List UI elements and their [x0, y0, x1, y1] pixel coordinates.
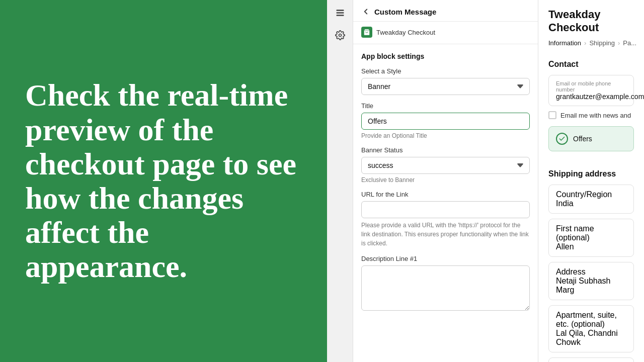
- offers-banner: Offers: [548, 126, 634, 151]
- preview-panel: Tweakday Checkout Information › Shipping…: [538, 0, 644, 362]
- sidebar-icons: [327, 0, 353, 362]
- hero-text: Check the real-time preview of the check…: [25, 78, 302, 284]
- style-label: Select a Style: [361, 67, 530, 75]
- breadcrumb-payment: Pa...: [623, 39, 636, 47]
- breadcrumb-shipping: Shipping: [589, 39, 615, 47]
- shipping-fields: Country/Region India First name (optiona…: [548, 185, 634, 362]
- preview-title: Tweakday Checkout: [548, 8, 634, 34]
- shipping-section: Shipping address Country/Region India Fi…: [538, 169, 644, 362]
- settings-body: App block settings Select a Style Banner…: [353, 44, 538, 362]
- url-hint: Please provide a valid URL with the 'htt…: [361, 221, 530, 248]
- email-checkbox-row: Email me with news and: [548, 111, 634, 119]
- preview-header: Tweakday Checkout Information › Shipping…: [538, 0, 644, 60]
- url-field-group: URL for the Link Please provide a valid …: [361, 191, 530, 248]
- app-name-row: Tweakday Checkout: [353, 22, 538, 44]
- email-checkbox-label: Email me with news and: [560, 112, 631, 119]
- left-panel: Check the real-time preview of the check…: [0, 0, 327, 362]
- style-select[interactable]: Banner Popup Inline: [361, 78, 530, 95]
- back-button[interactable]: [361, 7, 370, 16]
- email-value: grantkautzer@example.com: [556, 93, 626, 101]
- url-label: URL for the Link: [361, 191, 530, 198]
- email-checkbox[interactable]: [548, 111, 556, 119]
- shipping-title: Shipping address: [548, 169, 634, 178]
- gear-icon: [335, 30, 345, 40]
- country-label: Country/Region: [556, 190, 626, 199]
- firstname-label: First name (optional): [556, 224, 626, 242]
- style-field-group: Select a Style Banner Popup Inline: [361, 67, 530, 95]
- shipping-apartment-field: Apartment, suite, etc. (optional) Lal Qi…: [548, 305, 634, 352]
- settings-panel: Custom Message Tweakday Checkout App blo…: [353, 0, 538, 362]
- country-value: India: [556, 199, 626, 208]
- offers-check-icon: [556, 133, 568, 145]
- shipping-address-field: Address Netaji Subhash Marg: [548, 262, 634, 300]
- settings-icon-button[interactable]: [331, 26, 349, 44]
- contact-section: Contact Email or mobile phone number gra…: [538, 60, 644, 169]
- breadcrumb: Information › Shipping › Pa...: [548, 39, 634, 47]
- svg-rect-0: [336, 10, 344, 11]
- list-icon-button[interactable]: [331, 4, 349, 22]
- shipping-city-field: City New Delhi: [548, 357, 634, 362]
- breadcrumb-sep-1: ›: [584, 39, 586, 47]
- banner-status-group: Banner Status success info warning error…: [361, 146, 530, 184]
- email-small-label: Email or mobile phone number: [556, 80, 626, 93]
- banner-status-select[interactable]: success info warning error: [361, 157, 530, 174]
- apartment-value: Lal Qila, Chandni Chowk: [556, 329, 626, 347]
- email-field-display: Email or mobile phone number grantkautze…: [548, 75, 634, 106]
- breadcrumb-information: Information: [548, 39, 581, 47]
- description-field-group: Description Line #1: [361, 255, 530, 313]
- address-label: Address: [556, 267, 626, 277]
- settings-header-title: Custom Message: [374, 8, 436, 16]
- title-field-group: Title Provide an Optional Title: [361, 102, 530, 139]
- description-textarea[interactable]: [361, 265, 530, 311]
- title-input[interactable]: [361, 113, 530, 130]
- firstname-value: Allen: [556, 242, 626, 251]
- shipping-firstname-field: First name (optional) Allen: [548, 219, 634, 257]
- banner-status-hint: Exclusive to Banner: [361, 176, 530, 184]
- breadcrumb-sep-2: ›: [618, 39, 620, 47]
- shipping-country-field: Country/Region India: [548, 185, 634, 214]
- bag-icon: [363, 29, 370, 36]
- svg-point-3: [339, 34, 341, 37]
- checkmark-icon: [558, 135, 566, 142]
- app-name-label: Tweakday Checkout: [376, 29, 435, 36]
- contact-title: Contact: [548, 60, 634, 69]
- title-hint: Provide an Optional Title: [361, 132, 530, 139]
- svg-rect-1: [336, 12, 344, 14]
- list-icon: [335, 8, 345, 18]
- section-title: App block settings: [361, 52, 530, 60]
- apartment-label: Apartment, suite, etc. (optional): [556, 311, 626, 329]
- address-value: Netaji Subhash Marg: [556, 277, 626, 295]
- back-arrow-icon: [361, 7, 370, 16]
- description-label: Description Line #1: [361, 255, 530, 262]
- app-icon: [361, 27, 372, 38]
- svg-rect-2: [336, 15, 344, 16]
- offers-text: Offers: [573, 135, 592, 143]
- title-label: Title: [361, 102, 530, 110]
- banner-status-label: Banner Status: [361, 146, 530, 154]
- url-input[interactable]: [361, 201, 530, 218]
- settings-header: Custom Message: [353, 0, 538, 22]
